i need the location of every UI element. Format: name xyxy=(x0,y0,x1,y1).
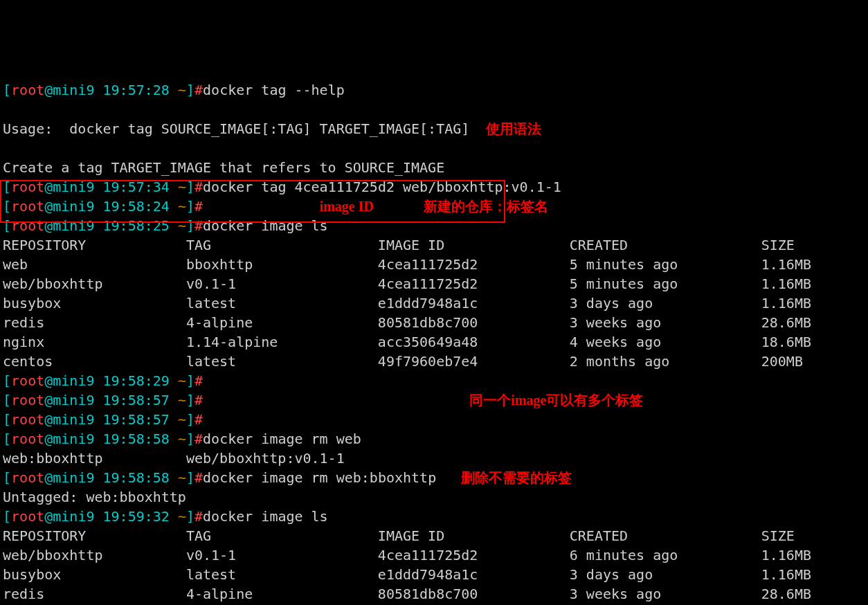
command-text: docker tag --help xyxy=(203,82,345,98)
table-row: centos latest 49f7960eb7e4 2 months ago … xyxy=(3,353,803,370)
prompt-user: root xyxy=(11,198,44,215)
spacer xyxy=(203,392,469,408)
prompt-at: @ xyxy=(44,217,53,234)
annotation-imageid: image ID xyxy=(320,199,374,214)
prompt-bracket: ] xyxy=(186,372,195,389)
annotation-delete: 删除不需要的标签 xyxy=(461,470,572,485)
prompt-bracket: ] xyxy=(186,508,195,525)
prompt-at: @ xyxy=(44,508,53,525)
prompt-time: 19:58:29 xyxy=(94,372,177,389)
prompt-bracket: [ xyxy=(3,508,11,525)
prompt-hash: # xyxy=(195,217,203,234)
annotation-usage: 使用语法 xyxy=(486,121,541,136)
prompt-path: ~ xyxy=(178,198,186,215)
annotation-newrepo: 新建的仓库：标签名 xyxy=(424,199,548,214)
prompt-bracket: ] xyxy=(186,392,195,408)
prompt-hash: # xyxy=(195,469,203,486)
prompt-at: @ xyxy=(44,392,53,408)
prompt-time: 19:58:58 xyxy=(94,469,177,486)
terminal-output[interactable]: [root@mini9 19:57:28 ~]#docker tag --hel… xyxy=(3,80,865,605)
prompt-at: @ xyxy=(44,372,53,389)
prompt-hash: # xyxy=(195,372,203,389)
prompt-user: root xyxy=(11,469,44,486)
table-row: redis 4-alpine 80581db8c700 3 weeks ago … xyxy=(3,314,811,331)
table-row: redis 4-alpine 80581db8c700 3 weeks ago … xyxy=(3,586,811,602)
prompt-host: mini9 xyxy=(53,508,94,525)
prompt-hash: # xyxy=(195,198,203,215)
command-text: docker image rm web:bboxhttp xyxy=(203,469,436,486)
prompt-bracket: [ xyxy=(3,372,11,389)
prompt-host: mini9 xyxy=(53,469,94,486)
prompt-bracket: ] xyxy=(186,469,195,486)
output-line: Untagged: web:bboxhttp xyxy=(3,489,186,505)
prompt-time: 19:58:58 xyxy=(94,431,177,447)
prompt-at: @ xyxy=(44,198,53,215)
prompt-bracket: [ xyxy=(3,217,11,234)
prompt-time: 19:58:25 xyxy=(94,217,177,234)
prompt-path: ~ xyxy=(178,82,186,98)
table-header: REPOSITORY TAG IMAGE ID CREATED SIZE xyxy=(3,237,795,253)
output-line: web:bboxhttp web/bboxhttp:v0.1-1 xyxy=(3,450,345,467)
prompt-path: ~ xyxy=(178,431,186,447)
prompt-time: 19:58:24 xyxy=(94,198,177,215)
table-row: web/bboxhttp v0.1-1 4cea111725d2 5 minut… xyxy=(3,276,811,292)
command-text: docker image rm web xyxy=(203,431,361,447)
prompt-path: ~ xyxy=(178,411,186,428)
prompt-bracket: [ xyxy=(3,392,11,408)
prompt-host: mini9 xyxy=(53,392,94,408)
prompt-bracket: [ xyxy=(3,179,11,195)
prompt-bracket: ] xyxy=(186,82,195,98)
command-text: docker image ls xyxy=(203,217,328,234)
prompt-user: root xyxy=(11,82,44,98)
prompt-path: ~ xyxy=(178,392,186,408)
command-text: docker image ls xyxy=(203,508,328,525)
prompt-host: mini9 xyxy=(53,179,94,195)
prompt-host: mini9 xyxy=(53,217,94,234)
prompt-user: root xyxy=(11,179,44,195)
table-row: busybox latest e1ddd7948a1c 3 days ago 1… xyxy=(3,566,811,583)
output-line: Create a tag TARGET_IMAGE that refers to… xyxy=(3,159,444,176)
annotation-multitag: 同一个image可以有多个标签 xyxy=(469,392,643,408)
prompt-path: ~ xyxy=(178,217,186,234)
prompt-bracket: [ xyxy=(3,431,11,447)
prompt-time: 19:58:57 xyxy=(94,392,177,408)
prompt-time: 19:57:28 xyxy=(94,82,177,98)
prompt-time: 19:57:34 xyxy=(94,179,177,195)
prompt-path: ~ xyxy=(178,469,186,486)
prompt-path: ~ xyxy=(178,179,186,195)
prompt-user: root xyxy=(11,411,44,428)
command-text: docker tag 4cea111725d2 web/bboxhttp:v0.… xyxy=(203,179,561,195)
prompt-path: ~ xyxy=(178,372,186,389)
prompt-user: root xyxy=(11,392,44,408)
prompt-bracket: [ xyxy=(3,82,11,98)
prompt-bracket: [ xyxy=(3,198,11,215)
table-row: web/bboxhttp v0.1-1 4cea111725d2 6 minut… xyxy=(3,547,811,563)
prompt-hash: # xyxy=(195,411,203,428)
prompt-at: @ xyxy=(44,431,53,447)
prompt-user: root xyxy=(11,431,44,447)
prompt-user: root xyxy=(11,372,44,389)
prompt-hash: # xyxy=(195,392,203,408)
prompt-at: @ xyxy=(44,82,53,98)
prompt-at: @ xyxy=(44,469,53,486)
prompt-bracket: ] xyxy=(186,217,195,234)
prompt-user: root xyxy=(11,508,44,525)
command-text xyxy=(203,198,320,215)
prompt-hash: # xyxy=(195,179,203,195)
prompt-hash: # xyxy=(195,431,203,447)
prompt-time: 19:58:57 xyxy=(94,411,177,428)
prompt-host: mini9 xyxy=(53,431,94,447)
prompt-bracket: [ xyxy=(3,469,11,486)
prompt-host: mini9 xyxy=(53,82,94,98)
table-row: busybox latest e1ddd7948a1c 3 days ago 1… xyxy=(3,295,811,311)
spacer xyxy=(374,198,424,215)
prompt-user: root xyxy=(11,217,44,234)
prompt-bracket: [ xyxy=(3,411,11,428)
table-row: web bboxhttp 4cea111725d2 5 minutes ago … xyxy=(3,256,811,273)
prompt-path: ~ xyxy=(178,508,186,525)
prompt-at: @ xyxy=(44,179,53,195)
prompt-bracket: ] xyxy=(186,198,195,215)
table-row: nginx 1.14-alpine acc350649a48 4 weeks a… xyxy=(3,334,811,350)
prompt-bracket: ] xyxy=(186,431,195,447)
prompt-bracket: ] xyxy=(186,179,195,195)
